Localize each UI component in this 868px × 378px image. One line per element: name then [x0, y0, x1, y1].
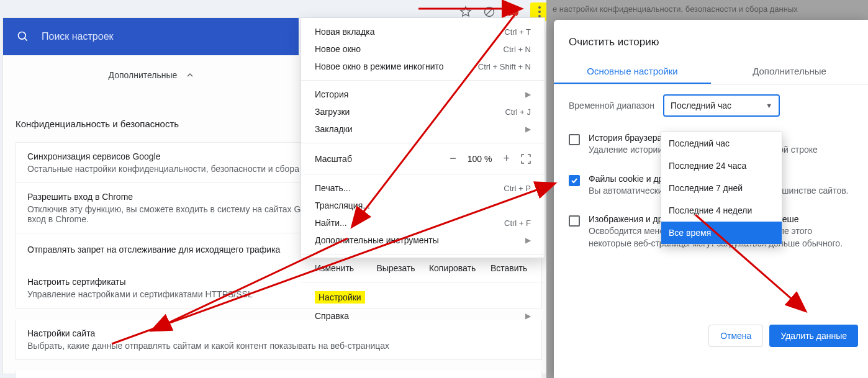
menu-zoom: Масштаб − 100 % +: [301, 148, 545, 169]
menu-edit-row: Изменить Вырезать Копировать Вставить: [301, 259, 545, 277]
noscript-icon[interactable]: [483, 6, 495, 18]
shortcut: Ctrl + N: [504, 45, 531, 54]
label: Трансляция...: [315, 200, 370, 210]
label: Масштаб: [315, 154, 352, 164]
menu-new-tab[interactable]: Новая вкладкаCtrl + T: [301, 23, 545, 40]
chevron-right-icon: ▶: [525, 125, 531, 133]
shortcut: Ctrl + P: [504, 184, 531, 193]
time-range-select[interactable]: Последний час ▼: [663, 94, 780, 117]
dd-option-all[interactable]: Все время: [661, 222, 782, 244]
delete-data-button[interactable]: Удалить данные: [769, 325, 858, 347]
profile-icon[interactable]: [507, 6, 519, 18]
chevron-down-icon: ▼: [766, 102, 772, 109]
menu-find[interactable]: Найти...Ctrl + F: [301, 214, 545, 232]
tab-advanced[interactable]: Дополнительные: [711, 60, 868, 84]
label: Найти...: [315, 218, 347, 228]
label: Новое окно в режиме инкогнито: [315, 61, 444, 71]
zoom-in-button[interactable]: +: [503, 152, 510, 165]
dd-option-24h[interactable]: Последние 24 часа: [661, 155, 782, 177]
cut-button[interactable]: Вырезать: [374, 263, 418, 273]
time-range-dropdown: Последний час Последние 24 часа Последни…: [661, 132, 782, 245]
tab-basic[interactable]: Основные настройки: [554, 60, 711, 84]
label: Изменить: [315, 263, 354, 273]
time-range-label: Временной диапазон: [569, 101, 654, 110]
menu-bookmarks[interactable]: Закладки▶: [301, 120, 545, 138]
card-title: Настройки сайта: [27, 328, 530, 338]
checkbox[interactable]: [569, 134, 580, 145]
menu-downloads[interactable]: ЗагрузкиCtrl + J: [301, 103, 545, 120]
shortcut: Ctrl + T: [504, 27, 531, 37]
label: Закладки: [315, 124, 353, 134]
dialog-title: Очистить историю: [554, 32, 868, 60]
fullscreen-icon[interactable]: [521, 154, 531, 164]
search-icon: [17, 30, 29, 43]
label: Новое окно: [315, 44, 361, 54]
card-clear-history[interactable]: Очистить историю Удалить файлы cookie и …: [16, 371, 542, 378]
shortcut: Ctrl + J: [505, 107, 531, 117]
menu-incognito[interactable]: Новое окно в режиме инкогнитоCtrl + Shif…: [301, 58, 545, 75]
time-range-row: Временной диапазон Последний час ▼: [554, 84, 868, 120]
menu-more-tools[interactable]: Дополнительные инструменты▶: [301, 232, 545, 249]
kebab-icon: [538, 6, 541, 17]
svg-point-0: [19, 32, 26, 40]
clear-history-dialog: Очистить историю Основные настройки Допо…: [554, 20, 868, 378]
card-sub: Выбрать, какие данные отправлять сайтам …: [27, 341, 530, 351]
dd-option-1h[interactable]: Последний час: [661, 132, 782, 155]
cancel-button[interactable]: Отмена: [708, 325, 763, 347]
dialog-tabs: Основные настройки Дополнительные: [554, 60, 868, 84]
menu-cast[interactable]: Трансляция...: [301, 197, 545, 214]
checkbox[interactable]: [569, 175, 580, 186]
chevron-up-icon: [187, 72, 193, 78]
additional-toggle[interactable]: Дополнительные: [3, 55, 299, 95]
highlight: Настройки: [315, 291, 365, 304]
svg-point-5: [511, 8, 515, 12]
chevron-right-icon: ▶: [525, 312, 531, 320]
bg-strip: е настройки конфиденциальности, безопасн…: [546, 0, 868, 17]
card-title: Отправлять запрет на отслеживание для ис…: [27, 245, 280, 254]
right-panel: е настройки конфиденциальности, безопасн…: [546, 0, 868, 378]
shortcut: Ctrl + F: [504, 218, 531, 228]
svg-line-1: [25, 38, 27, 41]
check-icon: [571, 177, 578, 184]
menu-settings[interactable]: Настройки: [301, 287, 545, 307]
select-value: Последний час: [671, 101, 731, 110]
chevron-right-icon: ▶: [525, 236, 531, 245]
label: Печать...: [315, 183, 351, 193]
label: История: [315, 89, 348, 99]
additional-label: Дополнительные: [109, 70, 178, 80]
section-title: Конфиденциальность и безопасность: [16, 119, 179, 129]
label: Справка: [315, 311, 349, 321]
menu-print[interactable]: Печать...Ctrl + P: [301, 179, 545, 197]
zoom-value: 100 %: [468, 154, 492, 164]
zoom-out-button[interactable]: −: [450, 152, 456, 165]
search-bar[interactable]: Поиск настроек: [3, 18, 299, 55]
copy-button[interactable]: Копировать: [429, 263, 476, 273]
menu-help[interactable]: Справка▶: [301, 307, 545, 325]
star-icon[interactable]: [459, 6, 472, 18]
chevron-right-icon: ▶: [525, 90, 531, 99]
checkbox[interactable]: [569, 215, 580, 227]
search-placeholder: Поиск настроек: [42, 31, 114, 42]
dd-option-4w[interactable]: Последние 4 недели: [661, 199, 782, 222]
paste-button[interactable]: Вставить: [487, 263, 531, 273]
label: Новая вкладка: [315, 27, 375, 37]
menu-history[interactable]: История▶: [301, 86, 545, 103]
label: Загрузки: [315, 107, 350, 117]
menu-new-window[interactable]: Новое окноCtrl + N: [301, 40, 545, 58]
label: Дополнительные инструменты: [315, 235, 439, 245]
dialog-buttons: Отмена Удалить данные: [708, 325, 858, 347]
svg-line-3: [486, 9, 492, 15]
shortcut: Ctrl + Shift + N: [478, 62, 531, 71]
dd-option-7d[interactable]: Последние 7 дней: [661, 177, 782, 199]
chrome-menu: Новая вкладкаCtrl + T Новое окноCtrl + N…: [301, 17, 545, 258]
